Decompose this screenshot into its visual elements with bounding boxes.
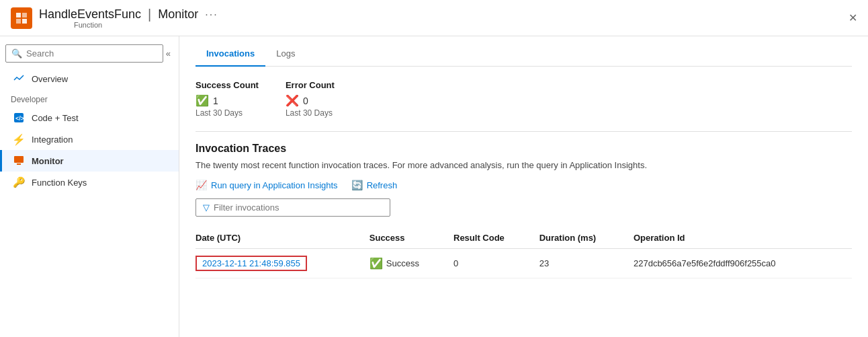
sidebar-item-label: Integration xyxy=(32,135,73,145)
svg-text:</>: </> xyxy=(15,115,24,122)
close-button[interactable]: ✕ xyxy=(849,11,857,24)
sidebar: 🔍 « Overview Developer </> Code + Test ⚡ xyxy=(0,36,179,337)
overview-icon xyxy=(13,73,25,85)
more-options-button[interactable]: ··· xyxy=(205,9,218,21)
run-query-label: Run query in Application Insights xyxy=(211,180,338,190)
action-row: 📈 Run query in Application Insights 🔄 Re… xyxy=(196,180,852,190)
svg-rect-3 xyxy=(22,19,27,24)
stats-divider xyxy=(196,131,852,132)
lightning-icon: ⚡ xyxy=(13,133,25,145)
header-separator: | xyxy=(148,7,151,22)
col-header-date: Date (UTC) xyxy=(196,227,370,249)
svg-rect-1 xyxy=(22,13,27,17)
sidebar-item-label: Monitor xyxy=(32,156,64,166)
search-box[interactable]: 🔍 xyxy=(5,44,163,63)
success-count-label: Success Count xyxy=(196,80,259,90)
filter-input[interactable] xyxy=(214,202,383,213)
tab-invocations[interactable]: Invocations xyxy=(196,42,265,67)
error-count-sublabel: Last 30 Days xyxy=(286,108,335,118)
function-name: HandleEventsFunc xyxy=(39,7,141,22)
tab-bar: Invocations Logs xyxy=(196,36,852,67)
table-row: 2023-12-11 21:48:59.855 ✅ Success 0 23 2… xyxy=(196,249,852,278)
col-header-operation-id: Operation Id xyxy=(634,227,852,249)
key-icon: 🔑 xyxy=(13,176,25,188)
table-cell-success: ✅ Success xyxy=(370,249,453,278)
refresh-label: Refresh xyxy=(367,180,398,190)
refresh-icon: 🔄 xyxy=(351,180,363,190)
collapse-sidebar-button[interactable]: « xyxy=(163,47,173,60)
error-count-label: Error Count xyxy=(286,80,335,90)
code-icon: </> xyxy=(13,112,25,124)
svg-rect-7 xyxy=(17,163,21,165)
stats-row: Success Count ✅ 1 Last 30 Days Error Cou… xyxy=(196,80,852,118)
svg-rect-0 xyxy=(16,13,21,17)
success-count-sublabel: Last 30 Days xyxy=(196,108,259,118)
row-success-label: Success xyxy=(386,258,419,268)
filter-icon: ▽ xyxy=(203,202,210,213)
sidebar-item-label: Function Keys xyxy=(32,178,87,188)
refresh-button[interactable]: 🔄 Refresh xyxy=(351,180,398,190)
success-count-value: 1 xyxy=(213,96,218,106)
error-count-value: 0 xyxy=(303,96,308,106)
run-query-button[interactable]: 📈 Run query in Application Insights xyxy=(196,180,338,190)
invocations-table: Date (UTC) Success Result Code Duration … xyxy=(196,227,852,278)
success-count-block: Success Count ✅ 1 Last 30 Days xyxy=(196,80,259,118)
sidebar-item-monitor[interactable]: Monitor xyxy=(0,150,179,172)
sidebar-item-label: Code + Test xyxy=(32,113,79,123)
chart-icon: 📈 xyxy=(196,180,207,190)
page-title: Monitor xyxy=(158,7,198,22)
row-success-icon: ✅ xyxy=(370,257,383,270)
sidebar-item-code-test[interactable]: </> Code + Test xyxy=(0,107,179,128)
sidebar-item-label: Overview xyxy=(32,74,68,84)
filter-box[interactable]: ▽ xyxy=(196,198,390,217)
search-icon: 🔍 xyxy=(11,48,22,59)
table-body: 2023-12-11 21:48:59.855 ✅ Success 0 23 2… xyxy=(196,249,852,278)
resource-type-label: Function xyxy=(74,21,218,29)
table-cell-duration: 23 xyxy=(539,249,634,278)
developer-section-label: Developer xyxy=(0,89,179,107)
col-header-duration: Duration (ms) xyxy=(539,227,634,249)
table-header: Date (UTC) Success Result Code Duration … xyxy=(196,227,852,249)
table-cell-date[interactable]: 2023-12-11 21:48:59.855 xyxy=(196,249,370,278)
invocation-traces-desc: The twenty most recent function invocati… xyxy=(196,160,852,170)
success-check-icon: ✅ xyxy=(196,94,209,107)
sidebar-item-integration[interactable]: ⚡ Integration xyxy=(0,128,179,150)
date-link[interactable]: 2023-12-11 21:48:59.855 xyxy=(196,256,307,271)
main-layout: 🔍 « Overview Developer </> Code + Test ⚡ xyxy=(0,36,868,337)
invocation-traces-title: Invocation Traces xyxy=(196,143,852,155)
col-header-success: Success xyxy=(370,227,453,249)
monitor-icon xyxy=(13,155,25,167)
app-header: HandleEventsFunc | Monitor ··· Function … xyxy=(0,0,868,36)
sidebar-item-function-keys[interactable]: 🔑 Function Keys xyxy=(0,172,179,193)
col-header-result-code: Result Code xyxy=(453,227,539,249)
svg-rect-6 xyxy=(14,156,24,163)
error-icon: ❌ xyxy=(286,94,299,107)
sidebar-item-overview[interactable]: Overview xyxy=(0,68,179,89)
search-input[interactable] xyxy=(26,48,157,59)
function-icon xyxy=(15,12,28,24)
table-cell-result-code: 0 xyxy=(453,249,539,278)
app-icon xyxy=(11,7,32,29)
table-cell-operation-id: 227dcb656a7e5f6e2fddff906f255ca0 xyxy=(634,249,852,278)
error-count-block: Error Count ❌ 0 Last 30 Days xyxy=(286,80,335,118)
success-badge: ✅ Success xyxy=(370,257,445,270)
svg-rect-2 xyxy=(16,19,21,24)
tab-logs[interactable]: Logs xyxy=(265,42,306,67)
header-title-group: HandleEventsFunc | Monitor ··· Function xyxy=(39,7,218,29)
content-area: Invocations Logs Success Count ✅ 1 Last … xyxy=(179,36,868,337)
